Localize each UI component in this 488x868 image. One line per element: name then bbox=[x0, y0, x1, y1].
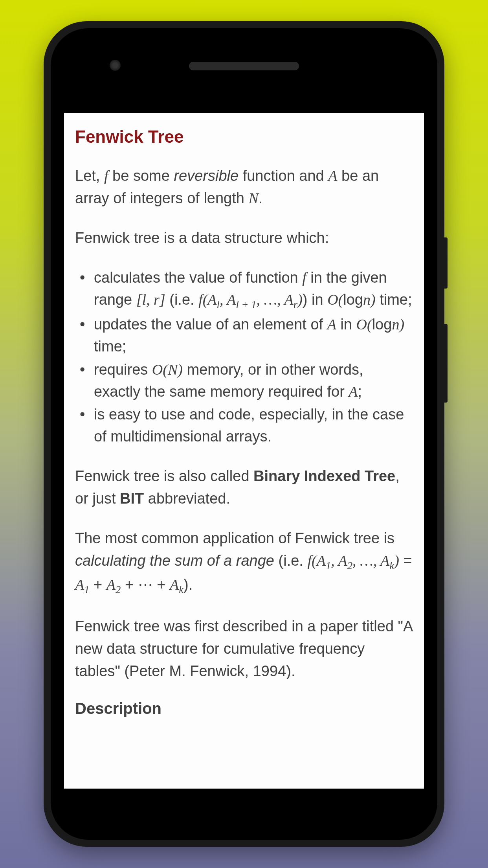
list-item: is easy to use and code, especially, in … bbox=[94, 403, 413, 447]
math-f: f bbox=[104, 167, 108, 184]
screen-viewport[interactable]: Fenwick Tree Let, f be some reversible f… bbox=[64, 113, 424, 789]
bold-term: Binary Indexed Tree bbox=[253, 468, 395, 484]
power-button bbox=[444, 237, 448, 289]
application-paragraph: The most common application of Fenwick t… bbox=[75, 527, 413, 598]
article-content: Fenwick Tree Let, f be some reversible f… bbox=[64, 113, 424, 789]
list-item: requires O(N) memory, or in other words,… bbox=[94, 359, 413, 403]
front-camera bbox=[110, 60, 121, 71]
phone-bezel: Fenwick Tree Let, f be some reversible f… bbox=[51, 28, 437, 840]
aka-paragraph: Fenwick tree is also called Binary Index… bbox=[75, 465, 413, 510]
math-A: A bbox=[328, 167, 337, 184]
bold-term: BIT bbox=[120, 490, 144, 507]
emph-reversible: reversible bbox=[174, 167, 238, 184]
feature-list: calculates the value of function f in th… bbox=[75, 267, 413, 448]
section-heading: Description bbox=[75, 700, 413, 717]
history-paragraph: Fenwick tree was first described in a pa… bbox=[75, 615, 413, 682]
definition-lead: Fenwick tree is a data structure which: bbox=[75, 227, 413, 249]
phone-mockup-frame: Fenwick Tree Let, f be some reversible f… bbox=[44, 21, 444, 847]
list-item: calculates the value of function f in th… bbox=[94, 267, 413, 313]
math-N: N bbox=[248, 190, 258, 206]
volume-button bbox=[444, 324, 448, 403]
intro-paragraph: Let, f be some reversible function and A… bbox=[75, 165, 413, 210]
list-item: updates the value of an element of A in … bbox=[94, 313, 413, 357]
speaker-grille bbox=[189, 62, 299, 70]
page-title: Fenwick Tree bbox=[75, 127, 413, 147]
